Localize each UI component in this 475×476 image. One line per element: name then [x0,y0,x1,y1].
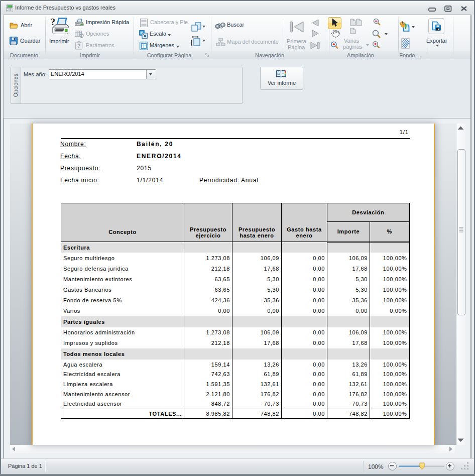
svg-text:?: ? [51,17,55,27]
svg-text:?: ? [77,43,80,49]
